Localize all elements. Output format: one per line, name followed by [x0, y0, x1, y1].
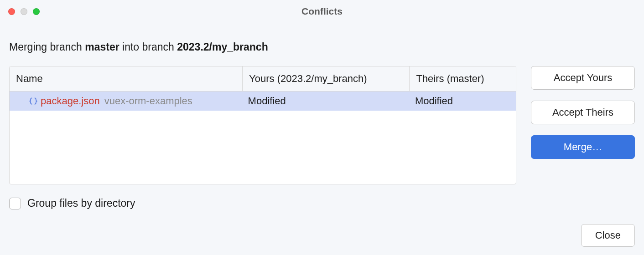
desc-source-branch: master [85, 41, 119, 53]
header-yours[interactable]: Yours (2023.2/my_branch) [243, 66, 410, 92]
file-name: package.json [41, 95, 100, 107]
conflicts-table: Name Yours (2023.2/my_branch) Theirs (ma… [10, 66, 516, 111]
conflicts-table-wrap: Name Yours (2023.2/my_branch) Theirs (ma… [9, 66, 516, 184]
desc-prefix: Merging branch [9, 41, 85, 53]
main-row: Name Yours (2023.2/my_branch) Theirs (ma… [9, 66, 635, 184]
maximize-window-icon[interactable] [33, 8, 40, 15]
cell-yours: Modified [243, 92, 410, 111]
json-file-icon [29, 97, 38, 106]
group-by-directory-checkbox[interactable] [9, 198, 21, 209]
desc-middle: into branch [119, 41, 177, 53]
file-path: vuex-orm-examples [104, 95, 192, 107]
accept-yours-button[interactable]: Accept Yours [531, 66, 635, 90]
window-title: Conflicts [301, 6, 343, 17]
cell-name: package.json vuex-orm-examples [10, 92, 243, 111]
header-name[interactable]: Name [10, 66, 243, 92]
desc-target-branch: 2023.2/my_branch [177, 41, 268, 53]
side-actions: Accept Yours Accept Theirs Merge… [531, 66, 635, 159]
dialog-footer: Close [581, 224, 635, 247]
bottom-bar: Group files by directory [9, 197, 635, 209]
merge-description: Merging branch master into branch 2023.2… [9, 41, 635, 53]
dialog-content: Merging branch master into branch 2023.2… [0, 23, 644, 217]
close-window-icon[interactable] [8, 8, 15, 15]
group-by-directory-label: Group files by directory [27, 197, 135, 209]
close-button[interactable]: Close [581, 224, 635, 247]
window-controls [8, 8, 40, 15]
group-by-directory-option[interactable]: Group files by directory [9, 197, 135, 209]
merge-button[interactable]: Merge… [531, 135, 635, 159]
cell-theirs: Modified [410, 92, 516, 111]
titlebar: Conflicts [0, 0, 644, 23]
minimize-window-icon[interactable] [21, 8, 27, 15]
header-theirs[interactable]: Theirs (master) [410, 66, 516, 92]
accept-theirs-button[interactable]: Accept Theirs [531, 101, 635, 124]
table-row[interactable]: package.json vuex-orm-examples Modified … [10, 92, 516, 111]
